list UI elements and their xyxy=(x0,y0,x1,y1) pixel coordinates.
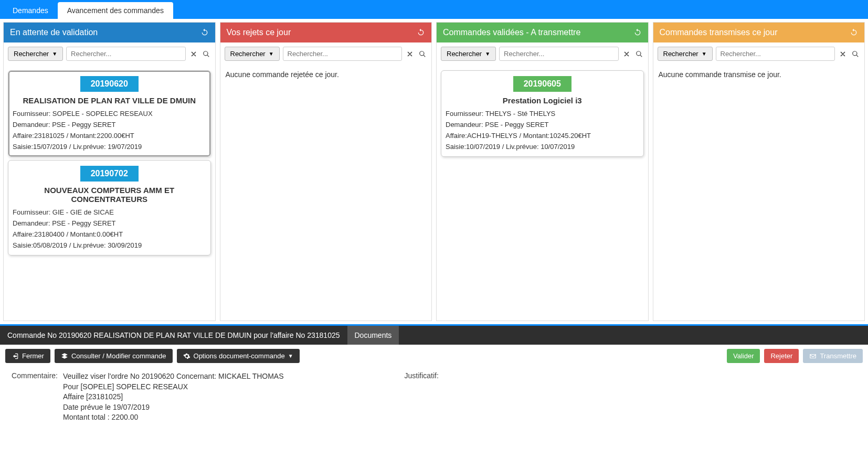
comment-line: Montant total : 2200.00 xyxy=(63,412,284,423)
column-body: 20190620 REALISATION DE PLAN RAT VILLE D… xyxy=(4,65,215,321)
search-dropdown-button[interactable]: Rechercher▼ xyxy=(8,47,63,61)
column-header: En attente de validation xyxy=(4,23,215,42)
options-button[interactable]: Options document-commande ▼ xyxy=(177,349,300,363)
order-affair: Affaire:23180400 / Montant:0.00€HT xyxy=(13,229,206,240)
dock-tab-documents[interactable]: Documents xyxy=(347,326,399,345)
empty-message: Aucune commande transmise ce jour. xyxy=(657,67,862,82)
clear-icon[interactable] xyxy=(189,49,198,59)
logout-icon xyxy=(12,353,19,360)
refresh-icon[interactable] xyxy=(850,28,858,37)
search-dropdown-button[interactable]: Rechercher▼ xyxy=(658,47,713,61)
dock-toolbar: Fermer Consulter / Modifier commande Opt… xyxy=(0,345,868,367)
edit-order-button[interactable]: Consulter / Modifier commande xyxy=(55,349,173,363)
column-validated: Commandes validées - A transmettre Reche… xyxy=(436,22,649,321)
order-number-badge: 20190620 xyxy=(80,76,139,92)
order-title: NOUVEAUX COMPTEURS AMM ET CONCENTRATEURS xyxy=(13,186,206,204)
justification-section: Justificatif: xyxy=(405,371,439,423)
top-tab-bar: Demandes Avancement des commandes xyxy=(0,0,868,19)
order-supplier: Fournisseur: SOPELE - SOPELEC RESEAUX xyxy=(13,108,206,119)
comment-label: Commentaire: xyxy=(10,371,58,423)
transmit-button: Transmettre xyxy=(803,349,863,363)
clear-icon[interactable] xyxy=(838,49,848,59)
search-icon[interactable] xyxy=(851,49,860,59)
kanban-board: En attente de validation Rechercher▼ 201… xyxy=(0,19,868,324)
order-dates: Saisie:15/07/2019 / Liv.prévue: 19/07/20… xyxy=(13,141,206,152)
caret-down-icon: ▼ xyxy=(52,51,57,57)
dock-tabs: Commande No 20190620 REALISATION DE PLAN… xyxy=(0,326,868,345)
order-requester: Demandeur: PSE - Peggy SERET xyxy=(13,218,206,229)
comment-line: Date prévue le 19/07/2019 xyxy=(63,402,284,413)
comment-line: Affaire [23181025] xyxy=(63,392,284,402)
search-input[interactable] xyxy=(499,47,618,61)
column-title: Vos rejets ce jour xyxy=(227,28,291,37)
caret-down-icon: ▼ xyxy=(269,51,274,57)
order-affair: Affaire:ACH19-THELYS / Montant:10245.20€… xyxy=(446,130,639,141)
column-tools: Rechercher▼ xyxy=(653,42,865,65)
tab-progress[interactable]: Avancement des commandes xyxy=(58,2,173,19)
column-body: Aucune commande transmise ce jour. xyxy=(653,65,865,321)
order-number-badge: 20190605 xyxy=(513,76,571,92)
close-button[interactable]: Fermer xyxy=(5,349,50,363)
gear-icon xyxy=(183,353,190,360)
search-input[interactable] xyxy=(66,47,185,61)
search-icon[interactable] xyxy=(202,49,211,59)
column-body: Aucune commande rejetée ce jour. xyxy=(220,65,432,321)
order-card[interactable]: 20190605 Prestation Logiciel i3 Fourniss… xyxy=(441,70,644,157)
order-requester: Demandeur: PSE - Peggy SERET xyxy=(446,119,639,130)
caret-down-icon: ▼ xyxy=(485,51,490,57)
column-title: Commandes transmises ce jour xyxy=(660,28,778,37)
search-input[interactable] xyxy=(716,47,835,61)
order-title: Prestation Logiciel i3 xyxy=(446,96,639,105)
detail-dock: Commande No 20190620 REALISATION DE PLAN… xyxy=(0,324,868,345)
search-icon[interactable] xyxy=(634,49,644,59)
order-number-badge: 20190702 xyxy=(80,166,139,182)
search-input[interactable] xyxy=(283,47,402,61)
column-header: Vos rejets ce jour xyxy=(220,23,432,42)
search-icon[interactable] xyxy=(418,49,427,59)
column-tools: Rechercher▼ xyxy=(437,42,648,65)
search-dropdown-button[interactable]: Rechercher▼ xyxy=(225,47,280,61)
column-header: Commandes validées - A transmettre xyxy=(437,23,648,42)
order-affair: Affaire:23181025 / Montant:2200.00€HT xyxy=(13,130,206,141)
refresh-icon[interactable] xyxy=(200,28,209,37)
refresh-icon[interactable] xyxy=(633,28,642,37)
validate-button[interactable]: Valider xyxy=(727,349,760,363)
comment-section: Commentaire: Veuillez viser l'ordre No 2… xyxy=(10,371,284,423)
comment-line: Veuillez viser l'ordre No 20190620 Conce… xyxy=(63,371,284,382)
justification-label: Justificatif: xyxy=(405,371,439,423)
clear-icon[interactable] xyxy=(622,49,631,59)
empty-message: Aucune commande rejetée ce jour. xyxy=(224,67,429,82)
order-supplier: Fournisseur: GIE - GIE de SICAE xyxy=(13,207,206,218)
stack-icon xyxy=(61,353,68,360)
dock-body: Commentaire: Veuillez viser l'ordre No 2… xyxy=(0,367,868,428)
order-title: REALISATION DE PLAN RAT VILLE DE DMUIN xyxy=(13,96,206,105)
order-card[interactable]: 20190620 REALISATION DE PLAN RAT VILLE D… xyxy=(8,70,211,157)
column-tools: Rechercher▼ xyxy=(220,42,432,65)
mail-icon xyxy=(809,353,817,360)
column-transmitted: Commandes transmises ce jour Rechercher▼… xyxy=(653,22,865,321)
column-tools: Rechercher▼ xyxy=(4,42,215,65)
search-dropdown-button[interactable]: Rechercher▼ xyxy=(441,47,496,61)
caret-down-icon: ▼ xyxy=(288,353,293,359)
column-pending: En attente de validation Rechercher▼ 201… xyxy=(3,22,216,321)
column-rejected: Vos rejets ce jour Rechercher▼ Aucune co… xyxy=(220,22,432,321)
column-title: Commandes validées - A transmettre xyxy=(443,28,580,37)
column-title: En attente de validation xyxy=(10,28,98,37)
caret-down-icon: ▼ xyxy=(702,51,707,57)
column-header: Commandes transmises ce jour xyxy=(653,23,865,42)
refresh-icon[interactable] xyxy=(417,28,425,37)
comment-text: Veuillez viser l'ordre No 20190620 Conce… xyxy=(63,371,284,423)
order-dates: Saisie:05/08/2019 / Liv.prévue: 30/09/20… xyxy=(13,240,206,251)
column-body: 20190605 Prestation Logiciel i3 Fourniss… xyxy=(437,65,648,321)
comment-line: Pour [SOPELE] SOPELEC RESEAUX xyxy=(63,382,284,392)
order-requester: Demandeur: PSE - Peggy SERET xyxy=(13,119,206,130)
dock-tab-main[interactable]: Commande No 20190620 REALISATION DE PLAN… xyxy=(0,326,347,345)
order-supplier: Fournisseur: THELYS - Sté THELYS xyxy=(446,108,639,119)
reject-button[interactable]: Rejeter xyxy=(764,349,799,363)
order-dates: Saisie:10/07/2019 / Liv.prévue: 10/07/20… xyxy=(446,141,639,152)
tab-demands[interactable]: Demandes xyxy=(3,2,58,19)
order-card[interactable]: 20190702 NOUVEAUX COMPTEURS AMM ET CONCE… xyxy=(8,160,211,255)
clear-icon[interactable] xyxy=(405,49,415,59)
